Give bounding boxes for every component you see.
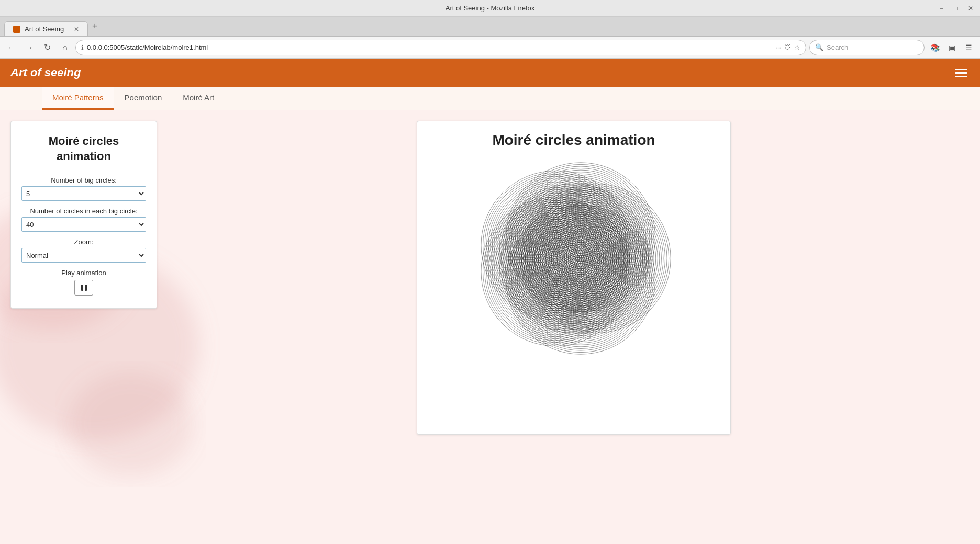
forward-button[interactable]: → bbox=[22, 40, 37, 55]
circles-each-group: Number of circles in each big circle: 40… bbox=[21, 207, 146, 232]
play-section: Play animation bbox=[21, 269, 146, 296]
bookmark-icon[interactable]: ☆ bbox=[794, 43, 800, 51]
library-button[interactable]: 📚 bbox=[928, 40, 942, 55]
pause-icon bbox=[81, 285, 87, 291]
big-circles-label: Number of big circles: bbox=[21, 176, 146, 184]
url-text: 0.0.0.0:5005/static/Moirelab/moire1.html bbox=[87, 43, 772, 51]
circles-each-label: Number of circles in each big circle: bbox=[21, 207, 146, 215]
refresh-button[interactable]: ↻ bbox=[40, 40, 54, 55]
minimize-button[interactable]: − bbox=[936, 3, 946, 14]
navigation-bar: ← → ↻ ⌂ ℹ 0.0.0.0:5005/static/Moirelab/m… bbox=[0, 37, 980, 59]
home-button[interactable]: ⌂ bbox=[58, 40, 72, 55]
hamburger-menu-button[interactable] bbox=[953, 66, 970, 80]
new-tab-button[interactable]: + bbox=[88, 21, 102, 32]
panel-title: Moiré circles animation bbox=[21, 134, 146, 164]
back-button[interactable]: ← bbox=[4, 40, 19, 55]
app-header: Art of seeing bbox=[0, 59, 980, 87]
main-layout: Moiré circles animation Number of big ci… bbox=[0, 110, 980, 544]
address-bar-icons: ··· 🛡 ☆ bbox=[775, 43, 800, 51]
maximize-button[interactable]: □ bbox=[951, 3, 961, 14]
hamburger-line-1 bbox=[955, 69, 967, 70]
browser-window: Art of Seeing - Mozilla Firefox − □ ✕ Ar… bbox=[0, 0, 980, 544]
pause-bar-1 bbox=[81, 285, 83, 291]
nav-item-moire-patterns[interactable]: Moiré Patterns bbox=[42, 87, 114, 110]
zoom-select[interactable]: Normal 2x 3x 0.5x bbox=[21, 248, 146, 263]
circles-each-select[interactable]: 40 20 60 80 bbox=[21, 217, 146, 232]
shield-icon[interactable]: 🛡 bbox=[784, 43, 791, 51]
active-tab[interactable]: Art of Seeing ✕ bbox=[4, 21, 88, 36]
play-label: Play animation bbox=[21, 269, 146, 277]
tab-bar: Art of Seeing ✕ + bbox=[0, 17, 980, 37]
moire-visualization bbox=[474, 159, 673, 358]
control-panel-wrapper: Moiré circles animation Number of big ci… bbox=[0, 110, 168, 544]
sidebar-button[interactable]: ▣ bbox=[944, 40, 959, 55]
tab-label: Art of Seeing bbox=[25, 25, 64, 33]
nav-item-moire-art[interactable]: Moiré Art bbox=[172, 87, 225, 110]
title-bar: Art of Seeing - Mozilla Firefox − □ ✕ bbox=[0, 0, 980, 17]
canvas-title: Moiré circles animation bbox=[492, 132, 655, 149]
tab-favicon bbox=[13, 26, 20, 33]
lock-icon: ℹ bbox=[81, 44, 84, 51]
app-title: Art of seeing bbox=[10, 66, 81, 80]
more-icon[interactable]: ··· bbox=[775, 43, 781, 51]
app-navigation: Moiré Patterns Poemotion Moiré Art bbox=[0, 87, 980, 110]
hamburger-line-3 bbox=[955, 76, 967, 77]
pause-button[interactable] bbox=[74, 280, 93, 296]
tab-close-button[interactable]: ✕ bbox=[74, 26, 79, 33]
page-content: Art of seeing Moiré Patterns Poemotion M… bbox=[0, 59, 980, 544]
search-icon: 🔍 bbox=[815, 43, 823, 51]
canvas-area: Moiré circles animation bbox=[168, 110, 980, 544]
window-title: Art of Seeing - Mozilla Firefox bbox=[446, 4, 535, 12]
address-bar[interactable]: ℹ 0.0.0.0:5005/static/Moirelab/moire1.ht… bbox=[75, 40, 806, 55]
search-placeholder: Search bbox=[827, 43, 848, 51]
zoom-group: Zoom: Normal 2x 3x 0.5x bbox=[21, 238, 146, 263]
title-bar-controls: − □ ✕ bbox=[936, 3, 976, 14]
canvas-container: Moiré circles animation bbox=[417, 121, 731, 435]
hamburger-line-2 bbox=[955, 72, 967, 74]
control-panel: Moiré circles animation Number of big ci… bbox=[10, 121, 157, 309]
zoom-label: Zoom: bbox=[21, 238, 146, 246]
big-circles-group: Number of big circles: 5 3 7 10 bbox=[21, 176, 146, 201]
search-bar[interactable]: 🔍 Search bbox=[809, 40, 925, 55]
nav-right-icons: 📚 ▣ ☰ bbox=[928, 40, 976, 55]
nav-item-poemotion[interactable]: Poemotion bbox=[114, 87, 173, 110]
close-window-button[interactable]: ✕ bbox=[965, 3, 976, 14]
big-circles-select[interactable]: 5 3 7 10 bbox=[21, 186, 146, 201]
menu-button[interactable]: ☰ bbox=[961, 40, 976, 55]
pause-bar-2 bbox=[85, 285, 87, 291]
